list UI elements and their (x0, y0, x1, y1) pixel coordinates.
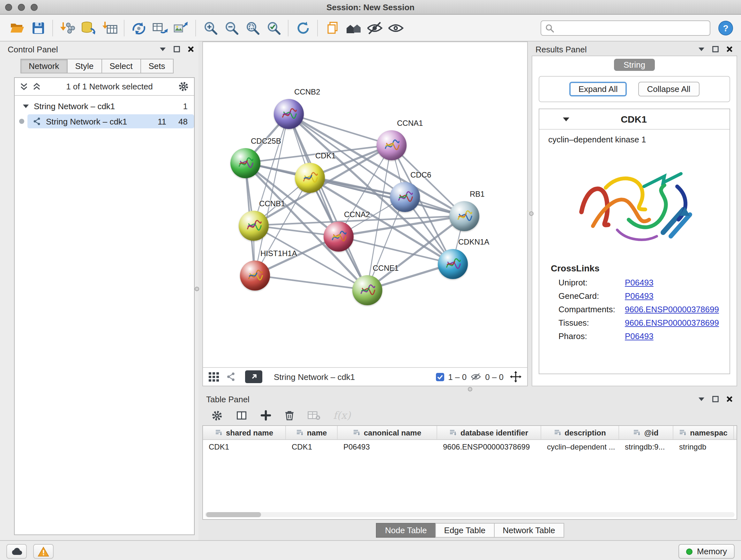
horizontal-splitter[interactable] (202, 386, 737, 391)
table-cell[interactable]: stringdb (673, 442, 734, 451)
crosslink-value[interactable]: 9606.ENSP00000378699 (625, 305, 719, 314)
column-header-name[interactable]: name (286, 426, 338, 439)
left-splitter-handle[interactable] (195, 287, 199, 291)
panel-float-icon[interactable] (711, 395, 719, 403)
delete-table-button[interactable] (308, 410, 320, 421)
collapse-section-icon[interactable] (562, 115, 570, 123)
hide-selected-button[interactable] (364, 17, 385, 38)
table-cell[interactable]: 9606.ENSP00000378699 (437, 442, 541, 451)
memory-button[interactable]: Memory (678, 544, 735, 559)
panel-menu-icon[interactable] (158, 45, 166, 53)
column-header-shared-name[interactable]: shared name (203, 426, 286, 439)
tab-network-table[interactable]: Network Table (494, 523, 564, 538)
network-node[interactable] (352, 275, 382, 305)
column-header-description[interactable]: description (541, 426, 619, 439)
share-network-button[interactable] (226, 372, 236, 382)
import-network-file-button[interactable] (57, 17, 78, 38)
network-node[interactable] (449, 201, 479, 231)
tab-network[interactable]: Network (20, 59, 67, 73)
help-button[interactable]: ? (717, 19, 735, 37)
show-columns-button[interactable] (235, 410, 248, 421)
new-network-table-button[interactable] (149, 17, 171, 38)
open-session-button[interactable] (6, 17, 27, 38)
refresh-view-button[interactable] (292, 17, 313, 38)
function-builder-button[interactable]: f(x) (333, 409, 351, 422)
selected-network-strip[interactable]: String Network – cdk1 11 48 (27, 114, 194, 128)
network-node[interactable] (240, 260, 270, 290)
panel-close-icon[interactable] (725, 395, 733, 403)
table-row[interactable]: CDK1CDK1P064939606.ENSP00000378699cyclin… (203, 440, 737, 453)
network-node[interactable] (239, 210, 268, 240)
collapse-all-button[interactable]: Collapse All (638, 82, 699, 97)
zoom-out-button[interactable] (221, 17, 242, 38)
export-image-button[interactable] (171, 17, 192, 38)
tab-select[interactable]: Select (101, 59, 141, 73)
pan-mode-button[interactable] (510, 371, 522, 382)
network-node[interactable] (294, 163, 325, 192)
gear-icon[interactable] (178, 81, 189, 92)
right-splitter-handle[interactable] (529, 211, 534, 216)
network-node[interactable] (376, 130, 406, 160)
column-header--id[interactable]: @id (619, 426, 673, 439)
network-node[interactable] (273, 99, 304, 129)
network-collection-row[interactable]: String Network – cdk1 1 (15, 98, 194, 114)
network-node[interactable] (230, 148, 260, 178)
detach-view-button[interactable] (245, 370, 262, 383)
expand-all-button[interactable]: Expand All (569, 82, 627, 97)
panel-menu-icon[interactable] (697, 395, 705, 403)
table-cell[interactable]: CDK1 (286, 442, 338, 451)
save-session-button[interactable] (27, 17, 49, 38)
collapse-tree-icon[interactable] (32, 82, 41, 91)
crosslink-value[interactable]: P06493 (625, 331, 654, 341)
gene-section-header[interactable]: CDK1 (539, 109, 730, 130)
copy-button[interactable] (322, 17, 343, 38)
network-row[interactable]: String Network – cdk1 11 48 (15, 114, 194, 129)
tab-edge-table[interactable]: Edge Table (435, 523, 495, 538)
horizontal-scrollbar[interactable] (205, 512, 735, 517)
network-edge[interactable] (288, 114, 367, 290)
import-network-database-button[interactable] (78, 17, 99, 38)
delete-column-button[interactable] (284, 410, 295, 421)
network-from-selection-button[interactable] (128, 17, 149, 38)
import-table-file-button[interactable] (99, 17, 120, 38)
zoom-selected-button[interactable] (263, 17, 284, 38)
tab-node-table[interactable]: Node Table (376, 523, 435, 538)
expand-tree-icon[interactable] (20, 82, 28, 91)
zoom-fit-button[interactable] (242, 17, 263, 38)
network-node[interactable] (437, 249, 468, 279)
column-header-canonical-name[interactable]: canonical name (338, 426, 437, 439)
column-header-namespac[interactable]: namespac (673, 426, 734, 439)
zoom-in-button[interactable] (200, 17, 221, 38)
panel-float-icon[interactable] (172, 45, 181, 53)
network-edge[interactable] (288, 114, 391, 145)
network-canvas[interactable]: CCNB2CCNA1CDC25BCDK1CDC6RB1CCNB1CCNA2CDK… (203, 42, 527, 368)
tab-sets[interactable]: Sets (140, 59, 173, 73)
selected-checkbox[interactable] (436, 373, 444, 381)
network-node[interactable] (323, 221, 353, 251)
panel-close-icon[interactable] (725, 45, 733, 53)
home-layout-button[interactable] (343, 17, 364, 38)
search-input[interactable] (556, 22, 706, 33)
birds-eye-view-button[interactable] (209, 372, 219, 381)
crosslink-value[interactable]: P06493 (625, 278, 654, 287)
tab-string[interactable]: String (614, 59, 655, 71)
create-column-button[interactable] (260, 410, 271, 421)
tab-style[interactable]: Style (67, 59, 102, 73)
table-cell[interactable]: cyclin–dependent ... (541, 442, 619, 451)
cloud-button[interactable] (6, 544, 27, 559)
table-cell[interactable]: stringdb:9... (619, 442, 673, 451)
panel-close-icon[interactable] (186, 45, 195, 53)
warning-button[interactable] (33, 544, 54, 559)
crosslink-value[interactable]: P06493 (625, 291, 654, 301)
network-node[interactable] (390, 182, 420, 212)
crosslink-value[interactable]: 9606.ENSP00000378699 (625, 318, 719, 327)
table-cell[interactable]: CDK1 (203, 442, 286, 451)
table-cell[interactable]: P06493 (338, 442, 437, 451)
panel-menu-icon[interactable] (697, 45, 705, 53)
panel-float-icon[interactable] (711, 45, 719, 53)
disclosure-triangle-icon[interactable] (22, 103, 29, 110)
table-settings-button[interactable] (211, 410, 223, 421)
show-all-button[interactable] (385, 17, 406, 38)
network-view[interactable]: CCNB2CCNA1CDC25BCDK1CDC6RB1CCNB1CCNA2CDK… (202, 42, 528, 386)
column-header-database-identifier[interactable]: database identifier (437, 426, 541, 439)
